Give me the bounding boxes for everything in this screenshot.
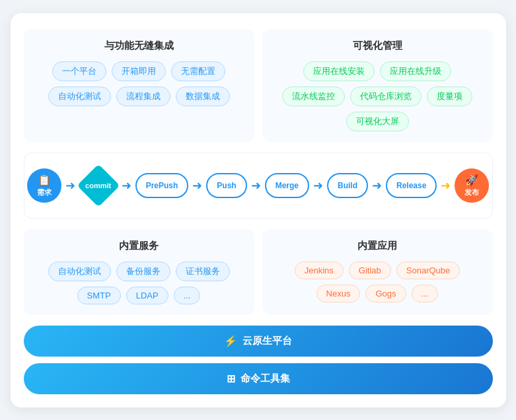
tag-code-browse: 代码仓库浏览 xyxy=(350,87,422,106)
tag-gitlab: Gitlab xyxy=(349,262,391,279)
bottom-buttons: ⚡ 云原生平台 ⊞ 命令工具集 xyxy=(24,326,493,394)
pipeline-node-merge: Merge xyxy=(265,173,309,198)
arrow-6: ➜ xyxy=(372,178,382,193)
tag-sonarqube: SonarQube xyxy=(396,262,461,279)
panel-visualization-title: 可视化管理 xyxy=(272,40,484,52)
panel-integration-tags: 一个平台 开箱即用 无需配置 自动化测试 流程集成 数据集成 xyxy=(33,61,245,106)
panel-integration: 与功能无缝集成 一个平台 开箱即用 无需配置 自动化测试 流程集成 数据集成 xyxy=(24,29,254,142)
publish-icon: 🚀 xyxy=(465,174,478,186)
tag-backup-svc: 备份服务 xyxy=(116,262,170,281)
bottom-panels: 内置服务 自动化测试 备份服务 证书服务 SMTP LDAP ... 内置应用 … xyxy=(24,229,493,315)
panel-visualization: 可视化管理 应用在线安装 应用在线升级 流水线监控 代码仓库浏览 度量项 可视化… xyxy=(262,29,493,142)
build-node: Build xyxy=(327,173,368,198)
merge-node: Merge xyxy=(265,173,309,198)
tag-big-screen: 可视化大屏 xyxy=(346,112,409,131)
commit-label: commit xyxy=(85,182,111,190)
panel-builtin-apps: 内置应用 Jenkins Gitlab SonarQube Nexus Gogs… xyxy=(262,229,493,315)
push-node: Push xyxy=(206,173,246,198)
panel-visualization-tags: 应用在线安装 应用在线升级 流水线监控 代码仓库浏览 度量项 可视化大屏 xyxy=(272,61,484,131)
needs-icon: 📋 xyxy=(38,174,51,186)
tag-flow-integration: 流程集成 xyxy=(116,87,170,106)
main-container: 与功能无缝集成 一个平台 开箱即用 无需配置 自动化测试 流程集成 数据集成 可… xyxy=(11,13,506,407)
pipeline-node-push: Push xyxy=(206,173,246,198)
tag-metrics: 度量项 xyxy=(427,87,472,106)
cloud-native-button[interactable]: ⚡ 云原生平台 xyxy=(24,326,493,357)
pipeline-node-build: Build xyxy=(327,173,368,198)
tag-ldap: LDAP xyxy=(126,287,168,304)
panel-builtin-apps-tags: Jenkins Gitlab SonarQube Nexus Gogs ... xyxy=(272,262,484,302)
tag-more-svc: ... xyxy=(174,287,201,304)
arrow-4: ➜ xyxy=(251,178,261,193)
pipeline-node-commit: commit xyxy=(79,166,118,205)
tag-ready-to-use: 开箱即用 xyxy=(112,61,166,81)
arrow-7: ➜ xyxy=(441,178,451,193)
tag-jenkins: Jenkins xyxy=(295,262,344,279)
tag-online-upgrade: 应用在线升级 xyxy=(380,61,451,81)
publish-circle: 🚀 发布 xyxy=(455,168,489,203)
tag-pipeline-monitor: 流水线监控 xyxy=(282,87,345,106)
tag-one-platform: 一个平台 xyxy=(52,61,106,81)
panel-builtin-services-title: 内置服务 xyxy=(33,240,245,252)
tag-gogs: Gogs xyxy=(365,285,406,302)
needs-label: 需求 xyxy=(37,188,52,197)
publish-label: 发布 xyxy=(464,188,479,197)
release-node: Release xyxy=(386,173,437,198)
pipeline-node-release: Release xyxy=(386,173,437,198)
panel-builtin-services: 内置服务 自动化测试 备份服务 证书服务 SMTP LDAP ... xyxy=(24,229,254,315)
command-tools-icon: ⊞ xyxy=(227,372,235,385)
cloud-native-label: 云原生平台 xyxy=(242,335,292,347)
panel-builtin-apps-title: 内置应用 xyxy=(272,240,484,252)
pipeline-node-publish: 🚀 发布 xyxy=(455,168,489,203)
top-panels: 与功能无缝集成 一个平台 开箱即用 无需配置 自动化测试 流程集成 数据集成 可… xyxy=(24,29,493,142)
tag-nexus: Nexus xyxy=(316,285,361,302)
panel-integration-title: 与功能无缝集成 xyxy=(33,40,245,52)
arrow-5: ➜ xyxy=(313,178,323,193)
cloud-native-icon: ⚡ xyxy=(224,335,237,347)
arrow-1: ➜ xyxy=(65,178,75,193)
tag-more-apps: ... xyxy=(412,285,439,302)
panel-builtin-services-tags: 自动化测试 备份服务 证书服务 SMTP LDAP ... xyxy=(33,262,245,304)
tag-auto-test: 自动化测试 xyxy=(48,87,111,106)
command-tools-label: 命令工具集 xyxy=(240,372,290,385)
prepush-node: PrePush xyxy=(135,173,189,198)
pipeline-section: 📋 需求 ➜ commit ➜ PrePush ➜ Push ➜ Merge ➜ xyxy=(24,153,493,219)
pipeline-node-needs: 📋 需求 xyxy=(27,168,61,203)
command-tools-button[interactable]: ⊞ 命令工具集 xyxy=(24,363,493,394)
tag-online-install: 应用在线安装 xyxy=(303,61,375,81)
arrow-3: ➜ xyxy=(192,178,202,193)
pipeline-node-prepush: PrePush xyxy=(135,173,189,198)
tag-smtp: SMTP xyxy=(77,287,121,304)
needs-circle: 📋 需求 xyxy=(27,168,61,203)
tag-data-integration: 数据集成 xyxy=(176,87,230,106)
arrow-2: ➜ xyxy=(122,178,131,193)
tag-no-config: 无需配置 xyxy=(171,61,225,81)
tag-auto-test-svc: 自动化测试 xyxy=(48,262,111,281)
tag-cert-svc: 证书服务 xyxy=(176,262,230,281)
